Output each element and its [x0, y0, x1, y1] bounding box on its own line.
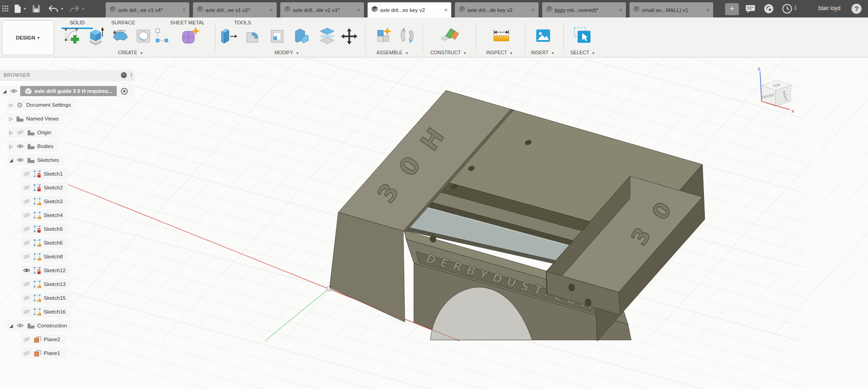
- collapse-arrow-icon[interactable]: ▷: [7, 130, 15, 135]
- selected-item-highlight[interactable]: axle drill guide 3 0 H requires...: [20, 86, 117, 96]
- browser-item-origin[interactable]: ▷ Origin: [7, 127, 57, 138]
- new-file-icon[interactable]: ▼: [14, 3, 27, 14]
- document-tab-close-icon[interactable]: ×: [444, 6, 448, 13]
- ribbon-group-inspect[interactable]: INSPECT ▼: [486, 50, 513, 55]
- ribbon-tab-surface[interactable]: SURFACE: [111, 20, 135, 25]
- viewcube-top-label[interactable]: TOP: [772, 83, 781, 88]
- document-tab-close-icon[interactable]: ×: [269, 6, 273, 13]
- collapse-arrow-icon[interactable]: ▷: [7, 144, 15, 149]
- visibility-eye-icon[interactable]: [15, 323, 26, 328]
- rectangular-pattern-icon[interactable]: [153, 26, 171, 47]
- expand-arrow-icon[interactable]: ◢: [7, 158, 15, 163]
- browser-item-sketch1[interactable]: Sketch1: [21, 168, 68, 179]
- user-name[interactable]: blair loyd: [818, 5, 840, 11]
- browser-item-plane2[interactable]: Plane2: [21, 334, 66, 345]
- select-icon[interactable]: [573, 26, 591, 47]
- ribbon-tab-tools[interactable]: TOOLS: [234, 20, 251, 25]
- document-tab-2[interactable]: axle dril...ee v1 v2* ×: [193, 2, 277, 17]
- document-tab-close-icon[interactable]: ×: [531, 6, 535, 13]
- expand-arrow-icon[interactable]: ◢: [7, 323, 15, 328]
- visibility-eye-icon[interactable]: [21, 268, 32, 273]
- browser-item-sketch8[interactable]: Sketch8: [21, 251, 68, 262]
- document-tab-4[interactable]: axle dril...es key v2 ×: [368, 2, 451, 17]
- offset-face-icon[interactable]: [318, 26, 336, 47]
- document-tab-close-icon[interactable]: ×: [357, 6, 360, 13]
- browser-item-construction[interactable]: ◢ Construction: [7, 320, 73, 331]
- press-pull-icon[interactable]: [219, 26, 238, 47]
- undo-icon[interactable]: ▼: [48, 3, 64, 14]
- browser-item-sketch16[interactable]: Sketch16: [21, 306, 71, 317]
- visibility-eye-icon[interactable]: [15, 130, 26, 135]
- notifications-clock-icon[interactable]: [782, 3, 792, 14]
- job-status-icon[interactable]: [764, 3, 774, 14]
- document-tab-3[interactable]: axle drill...ide v1 v1* ×: [280, 2, 364, 17]
- collapse-arrow-icon[interactable]: ▷: [7, 116, 15, 121]
- visibility-eye-icon[interactable]: [21, 171, 32, 177]
- revolve-icon[interactable]: [111, 26, 130, 47]
- joint-icon[interactable]: [398, 26, 416, 47]
- visibility-eye-icon[interactable]: [21, 350, 32, 356]
- browser-item-document-settings[interactable]: ▷⚙ Document Settings: [7, 99, 76, 110]
- undo-caret[interactable]: ▼: [60, 7, 64, 11]
- new-file-caret[interactable]: ▼: [23, 7, 27, 11]
- browser-item-sketch2[interactable]: Sketch2: [21, 182, 68, 193]
- browser-item-sketch13[interactable]: Sketch13: [21, 279, 71, 290]
- ribbon-group-insert[interactable]: INSERT ▼: [531, 50, 555, 55]
- collapse-arrow-icon[interactable]: ▷: [7, 103, 15, 108]
- new-document-tab-button[interactable]: +: [725, 3, 739, 15]
- ribbon-tab-sheet-metal[interactable]: SHEET METAL: [170, 20, 204, 25]
- visibility-eye-icon[interactable]: [15, 157, 26, 163]
- browser-item-sketch4[interactable]: Sketch4: [21, 210, 68, 221]
- visibility-eye-icon[interactable]: [21, 309, 32, 315]
- activate-component-radio[interactable]: [120, 87, 128, 95]
- redo-caret[interactable]: ▼: [81, 7, 85, 11]
- save-icon[interactable]: [32, 3, 40, 14]
- move-copy-icon[interactable]: [340, 26, 358, 47]
- browser-item-bodies[interactable]: ▷ Bodies: [7, 141, 59, 152]
- browser-item-sketch15[interactable]: Sketch15: [21, 292, 71, 303]
- visibility-eye-icon[interactable]: [21, 212, 32, 218]
- browser-item-axle-drill-guide-3-0-h-require[interactable]: ◢ axle drill guide 3 0 H requires...: [1, 86, 134, 97]
- visibility-eye-icon[interactable]: [21, 254, 32, 259]
- document-tab-close-icon[interactable]: ×: [706, 6, 709, 13]
- document-tab-1[interactable]: axle dril...ee v1 v4* ×: [106, 2, 189, 17]
- ribbon-group-create[interactable]: CREATE ▼: [118, 50, 143, 55]
- construction-plane-icon[interactable]: [440, 26, 458, 47]
- ribbon-group-assemble[interactable]: ASSEMBLE ▼: [376, 50, 408, 55]
- data-panel-toggle-icon[interactable]: [2, 3, 9, 14]
- comment-icon[interactable]: [745, 3, 755, 14]
- expand-arrow-icon[interactable]: ◢: [1, 89, 8, 94]
- visibility-eye-icon[interactable]: [21, 226, 32, 232]
- browser-item-plane1[interactable]: Plane1: [21, 348, 66, 359]
- shell-icon[interactable]: [268, 26, 286, 47]
- browser-item-named-views[interactable]: ▷ Named Views: [7, 113, 64, 124]
- document-tab-7[interactable]: small ax...MALL) v1 ×: [630, 2, 713, 17]
- new-component-icon[interactable]: [375, 26, 393, 47]
- fillet-icon[interactable]: [244, 26, 262, 47]
- browser-item-sketch12[interactable]: Sketch12: [21, 265, 71, 276]
- hole-icon[interactable]: [134, 26, 153, 47]
- ribbon-group-construct[interactable]: CONSTRUCT ▼: [431, 50, 467, 55]
- document-tab-close-icon[interactable]: ×: [182, 6, 186, 13]
- ribbon-group-modify[interactable]: MODIFY ▼: [274, 50, 299, 55]
- document-tab-close-icon[interactable]: ×: [618, 6, 622, 13]
- design-viewport[interactable]: DERBYDUST.COM 0 3 H 0 3: [0, 57, 868, 389]
- visibility-eye-icon[interactable]: [21, 295, 32, 301]
- extrude-icon[interactable]: [87, 26, 106, 47]
- document-tab-6[interactable]: jiggy mk...overed)* ×: [542, 2, 626, 17]
- visibility-eye-icon[interactable]: [21, 199, 32, 204]
- ribbon-group-select[interactable]: SELECT ▼: [570, 50, 595, 55]
- measure-icon[interactable]: [492, 26, 510, 47]
- help-icon[interactable]: ?: [851, 3, 862, 14]
- visibility-eye-icon[interactable]: [21, 281, 32, 287]
- combine-icon[interactable]: [293, 26, 311, 47]
- browser-collapse-button[interactable]: −: [121, 72, 127, 78]
- browser-item-sketch3[interactable]: Sketch3: [21, 196, 68, 207]
- redo-icon[interactable]: ▼: [69, 3, 85, 14]
- create-sketch-icon[interactable]: [62, 26, 81, 47]
- browser-drag-handle[interactable]: ‖: [130, 73, 132, 78]
- insert-image-icon[interactable]: [534, 26, 552, 47]
- browser-item-sketch6[interactable]: Sketch6: [21, 237, 68, 248]
- browser-item-sketches[interactable]: ◢ Sketches: [7, 154, 64, 166]
- create-form-icon[interactable]: [180, 26, 199, 47]
